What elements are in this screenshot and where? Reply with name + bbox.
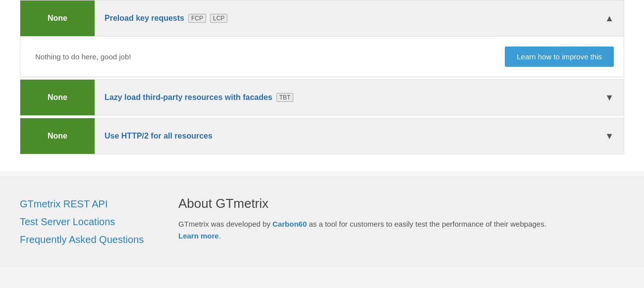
footer-about-text: GTmetrix was developed by Carbon60 as a …: [178, 218, 550, 242]
audit-chevron-lazy-load[interactable]: ▼: [595, 93, 624, 103]
audit-chevron-http2[interactable]: ▼: [595, 131, 624, 142]
about-text-middle: as a tool for customers to easily test t…: [307, 220, 546, 228]
audit-title-lazy-load: Lazy load third-party resources with fac…: [95, 93, 595, 102]
footer-links: GTmetrix REST API Test Server Locations …: [20, 196, 149, 247]
audit-content-preload: Nothing to do here, good job! Learn how …: [20, 36, 624, 77]
audit-row-http2: None Use HTTP/2 for all resources ▼: [20, 118, 624, 154]
footer-about-title: About GTmetrix: [178, 196, 624, 211]
audit-content-text-preload: Nothing to do here, good job!: [35, 52, 131, 61]
footer-link-api[interactable]: GTmetrix REST API: [20, 196, 149, 212]
audit-title-http2: Use HTTP/2 for all resources: [95, 132, 595, 141]
audit-chevron-preload[interactable]: ▲: [595, 13, 624, 24]
audit-row-preload: None Preload key requests FCP LCP ▲ Noth…: [20, 0, 624, 77]
audit-badge-http2: None: [20, 118, 95, 154]
audit-row-header-preload: None Preload key requests FCP LCP ▲: [20, 0, 624, 36]
top-section: None Preload key requests FCP LCP ▲ Noth…: [0, 0, 644, 171]
carbon60-link[interactable]: Carbon60: [272, 220, 307, 228]
about-text-after: .: [219, 232, 221, 240]
footer-section: GTmetrix REST API Test Server Locations …: [0, 176, 644, 267]
about-text-before: GTmetrix was developed by: [178, 220, 272, 228]
audit-badge-lazy-load: None: [20, 80, 95, 115]
learn-more-link[interactable]: Learn more: [178, 232, 219, 240]
audit-tag-fcp: FCP: [188, 14, 206, 23]
footer-about: About GTmetrix GTmetrix was developed by…: [178, 196, 624, 247]
audit-row-header-lazy-load: None Lazy load third-party resources wit…: [20, 80, 624, 115]
footer-link-faq[interactable]: Frequently Asked Questions: [20, 232, 149, 247]
audit-title-preload: Preload key requests FCP LCP: [95, 14, 595, 23]
audit-tag-tbt: TBT: [276, 93, 294, 102]
audit-row-header-http2: None Use HTTP/2 for all resources ▼: [20, 118, 624, 154]
audit-badge-preload: None: [20, 0, 95, 36]
audit-tag-lcp: LCP: [210, 14, 227, 23]
footer-link-locations[interactable]: Test Server Locations: [20, 214, 149, 230]
audit-row-lazy-load: None Lazy load third-party resources wit…: [20, 79, 624, 116]
learn-button-preload[interactable]: Learn how to improve this: [505, 47, 614, 67]
